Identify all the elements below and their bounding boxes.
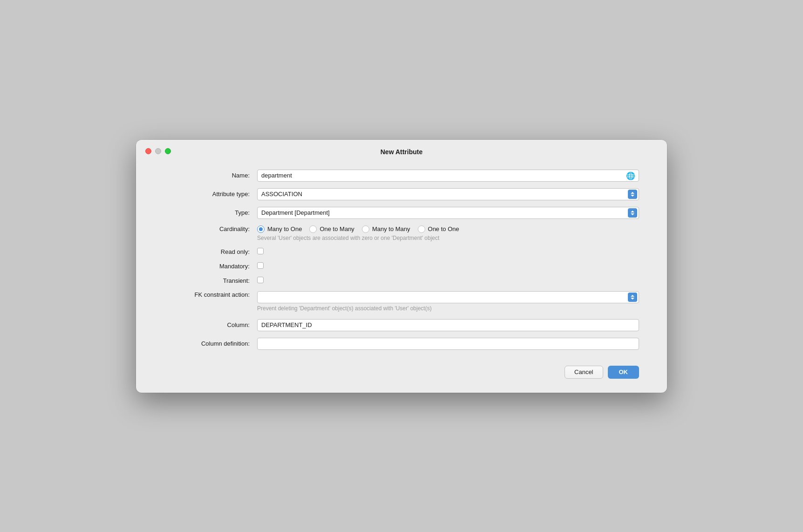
name-control: 🌐 <box>257 170 639 182</box>
attribute-type-select[interactable]: ASSOCIATION <box>257 188 639 200</box>
cardinality-hint: Several 'User' objects are associated wi… <box>257 235 639 241</box>
cardinality-control: Many to One One to Many Many to Many One… <box>257 225 639 241</box>
ok-button[interactable]: OK <box>608 366 640 379</box>
column-def-input[interactable] <box>257 338 639 350</box>
name-input-wrapper: 🌐 <box>257 170 639 182</box>
transient-label: Transient: <box>164 277 257 284</box>
mandatory-label: Mandatory: <box>164 263 257 270</box>
dialog: New Attribute Name: 🌐 Attribute type: AS… <box>136 140 667 393</box>
cardinality-row: Cardinality: Many to One One to Many Man… <box>164 225 639 241</box>
radio-many-to-many-input[interactable] <box>362 225 369 233</box>
column-def-control <box>257 338 639 350</box>
type-select[interactable]: Department [Department] <box>257 207 639 219</box>
column-label: Column: <box>164 321 257 328</box>
cardinality-group: Many to One One to Many Many to Many One… <box>257 225 639 233</box>
attribute-type-control: ASSOCIATION <box>257 188 639 200</box>
maximize-button[interactable] <box>165 148 171 154</box>
radio-one-to-many-input[interactable] <box>309 225 317 233</box>
read-only-checkbox[interactable] <box>257 248 264 254</box>
column-def-row: Column definition: <box>164 338 639 350</box>
type-control: Department [Department] <box>257 207 639 219</box>
attribute-type-row: Attribute type: ASSOCIATION <box>164 188 639 200</box>
radio-one-to-many[interactable]: One to Many <box>309 225 354 233</box>
mandatory-row: Mandatory: <box>164 262 639 270</box>
cardinality-label: Cardinality: <box>164 225 257 232</box>
column-control <box>257 319 639 331</box>
transient-row: Transient: <box>164 277 639 285</box>
mandatory-checkbox[interactable] <box>257 262 264 269</box>
attribute-type-label: Attribute type: <box>164 191 257 198</box>
radio-one-to-one-input[interactable] <box>418 225 425 233</box>
attribute-type-select-wrapper: ASSOCIATION <box>257 188 639 200</box>
read-only-control <box>257 248 639 256</box>
radio-many-to-one-label: Many to One <box>267 225 302 232</box>
type-row: Type: Department [Department] <box>164 207 639 219</box>
dialog-title: New Attribute <box>381 148 422 156</box>
fk-constraint-hint: Prevent deleting 'Department' object(s) … <box>257 305 639 312</box>
radio-many-to-one[interactable]: Many to One <box>257 225 302 233</box>
globe-icon: 🌐 <box>626 171 635 180</box>
radio-one-to-one-label: One to One <box>428 225 459 232</box>
close-button[interactable] <box>145 148 151 154</box>
transient-checkbox[interactable] <box>257 277 264 283</box>
radio-many-to-many-label: Many to Many <box>372 225 410 232</box>
fk-constraint-select-wrapper <box>257 291 639 303</box>
minimize-button[interactable] <box>155 148 161 154</box>
title-bar: New Attribute <box>136 140 667 160</box>
radio-many-to-one-input[interactable] <box>257 225 265 233</box>
column-def-label: Column definition: <box>164 340 257 347</box>
radio-many-to-many[interactable]: Many to Many <box>362 225 410 233</box>
type-select-wrapper: Department [Department] <box>257 207 639 219</box>
name-label: Name: <box>164 172 257 179</box>
radio-one-to-one[interactable]: One to One <box>418 225 459 233</box>
transient-control <box>257 277 639 285</box>
radio-one-to-many-label: One to Many <box>320 225 354 232</box>
fk-constraint-select[interactable] <box>257 291 639 303</box>
type-label: Type: <box>164 209 257 216</box>
read-only-label: Read only: <box>164 248 257 255</box>
mandatory-control <box>257 262 639 270</box>
name-row: Name: 🌐 <box>164 170 639 182</box>
cancel-button[interactable]: Cancel <box>565 366 603 379</box>
name-input[interactable] <box>257 170 639 182</box>
traffic-lights <box>145 148 171 154</box>
fk-constraint-row: FK constraint action: Prevent deleting '… <box>164 291 639 312</box>
button-row: Cancel OK <box>136 361 667 379</box>
column-input[interactable] <box>257 319 639 331</box>
fk-constraint-control: Prevent deleting 'Department' object(s) … <box>257 291 639 312</box>
read-only-row: Read only: <box>164 248 639 256</box>
column-row: Column: <box>164 319 639 331</box>
dialog-body: Name: 🌐 Attribute type: ASSOCIATION <box>136 160 667 361</box>
fk-constraint-label: FK constraint action: <box>164 291 257 298</box>
